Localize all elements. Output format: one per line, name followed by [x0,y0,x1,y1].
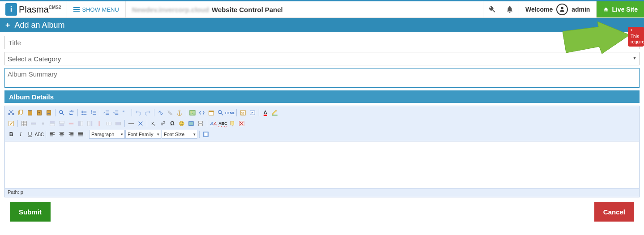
svg-text:B: B [72,110,74,113]
replace-button[interactable]: AB [67,108,76,117]
font-size-select[interactable]: Font Size [162,130,197,139]
row-props-button[interactable] [29,119,38,128]
svg-rect-34 [60,124,64,126]
show-menu-toggle[interactable]: SHOW MENU [67,1,126,17]
category-select[interactable]: Select a Category [4,52,640,65]
insert-row-after-button[interactable] [57,119,66,128]
live-site-button[interactable]: Live Site [597,1,644,17]
split-cell-button[interactable] [104,119,113,128]
svg-rect-50 [231,121,234,125]
styles-button[interactable]: AA [209,119,218,128]
album-form: Select a Category [0,32,644,90]
html-button[interactable]: HTML [226,108,235,117]
svg-rect-29 [31,123,36,124]
spellcheck-button[interactable]: ABC [218,119,227,128]
remove-format-button[interactable] [136,119,145,128]
svg-rect-48 [199,121,203,123]
panel-title: Website Control Panel [212,6,283,13]
image-button[interactable] [188,108,197,117]
editor-content[interactable] [4,141,640,188]
align-right-button[interactable] [67,130,76,139]
delete-row-button[interactable] [67,119,76,128]
welcome-cell[interactable]: Welcome admin [519,1,597,17]
cancel-button[interactable]: Cancel [594,202,634,222]
unordered-list-button[interactable] [80,108,89,117]
tools-button[interactable] [483,1,501,17]
merge-cell-button[interactable] [114,119,123,128]
time-button[interactable]: 53 [239,108,247,117]
code-button[interactable] [197,108,206,117]
hr-button[interactable] [127,119,136,128]
summary-textarea[interactable] [4,68,640,88]
preview-button[interactable] [216,108,225,117]
delete-col-button[interactable] [95,119,104,128]
link-button[interactable] [156,108,165,117]
emoji-button[interactable] [177,119,186,128]
edit-button[interactable] [7,119,16,128]
insert-col-before-button[interactable] [76,119,85,128]
svg-point-44 [179,121,184,126]
underline-button[interactable]: U [26,130,34,139]
blockquote-button[interactable]: “ [121,108,130,117]
svg-rect-1 [19,110,22,114]
svg-text:“: “ [123,110,124,116]
align-justify-button[interactable] [76,130,85,139]
svg-rect-37 [81,121,83,126]
align-center-button[interactable] [57,130,66,139]
font-family-select[interactable]: Font Family [125,130,161,139]
username-label: admin [571,6,590,13]
strike-button[interactable]: ABC [35,130,44,139]
svg-rect-39 [91,121,93,126]
paste-word-button[interactable]: W [44,108,53,117]
anchor-button[interactable] [175,108,184,117]
svg-rect-35 [69,123,74,124]
svg-point-22 [218,111,222,114]
delete-button[interactable] [237,119,246,128]
media-button[interactable] [248,108,257,117]
svg-rect-43 [128,123,134,124]
notifications-button[interactable] [501,1,519,17]
svg-point-46 [182,122,183,123]
svg-rect-31 [50,121,55,123]
plus-icon: + [5,21,10,30]
date-button[interactable] [207,108,216,117]
indent-button[interactable] [111,108,120,117]
paste-button[interactable] [26,108,34,117]
insert-col-after-button[interactable] [85,119,94,128]
align-left-button[interactable] [48,130,57,139]
special-char-button[interactable]: Ω [168,119,177,128]
cell-props-button[interactable] [38,119,47,128]
attributes-button[interactable] [228,119,237,128]
svg-text:T: T [38,112,40,115]
copy-button[interactable] [16,108,25,117]
bold-button[interactable]: B [7,130,16,139]
subscript-button[interactable]: x2 [149,119,158,128]
text-color-button[interactable]: A [261,108,270,117]
table-button[interactable] [20,119,29,128]
ordered-list-button[interactable]: 12 [89,108,98,117]
svg-rect-40 [98,121,100,126]
svg-rect-53 [205,133,208,136]
domain-blurred: Newdev.invercorp.cloud [132,6,209,13]
find-button[interactable] [57,108,66,117]
outdent-button[interactable] [102,108,111,117]
paragraph-select[interactable]: Paragraph [89,130,125,139]
unlink-button[interactable] [166,108,175,117]
superscript-button[interactable]: x2 [158,119,167,128]
submit-button[interactable]: Submit [10,202,51,222]
insert-row-before-button[interactable] [48,119,57,128]
logo[interactable]: i PlasmaCMS2 [0,1,67,17]
fullscreen-button[interactable] [201,130,210,139]
cut-button[interactable] [7,108,16,117]
title-input[interactable] [4,36,640,49]
section-add-album-header: + Add an Album [0,18,644,32]
undo-button[interactable] [134,108,143,117]
svg-rect-33 [60,121,64,124]
redo-button[interactable] [143,108,152,117]
hamburger-icon [73,9,80,10]
paste-text-button[interactable]: T [35,108,44,117]
italic-button[interactable]: I [16,130,25,139]
pagebreak-button[interactable] [196,119,205,128]
embed-button[interactable] [187,119,196,128]
highlight-button[interactable] [270,108,279,117]
